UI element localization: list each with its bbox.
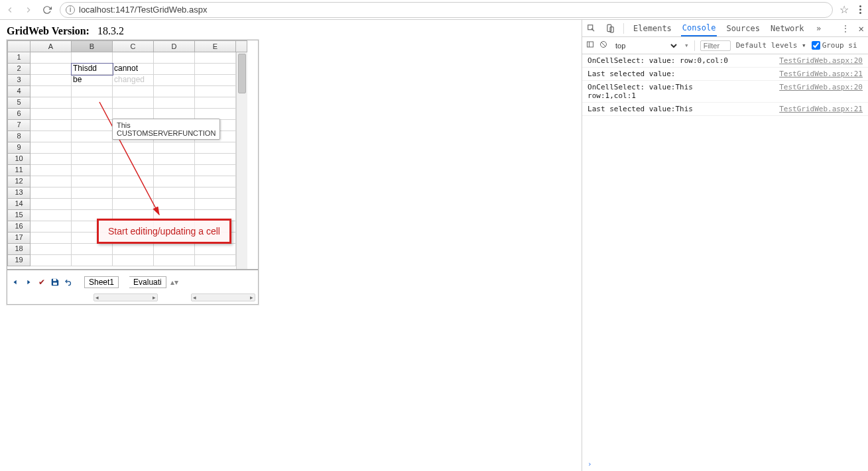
cell-C18[interactable] [113, 244, 154, 255]
cell-C2[interactable]: cannot [113, 64, 154, 75]
cell-C13[interactable] [113, 187, 154, 199]
row-head[interactable]: 16 [7, 221, 31, 233]
cell-E9[interactable] [195, 142, 236, 154]
devtools-close-icon[interactable]: ✕ [859, 23, 864, 34]
cell-C3[interactable]: changed [113, 75, 154, 86]
cell-D1[interactable] [154, 52, 195, 64]
col-head-A[interactable]: A [31, 40, 72, 52]
address-bar[interactable]: i localhost:1417/TestGridWeb.aspx [60, 2, 833, 18]
row-head[interactable]: 15 [7, 210, 31, 221]
cell-A16[interactable] [31, 221, 72, 233]
clear-console-icon[interactable] [599, 40, 607, 50]
cell-C1[interactable] [113, 52, 154, 64]
cell-E10[interactable] [195, 154, 236, 165]
row-head[interactable]: 13 [7, 187, 31, 199]
cell-C10[interactable] [113, 154, 154, 165]
cell-D9[interactable] [154, 142, 195, 154]
more-tabs-icon[interactable]: » [814, 23, 824, 34]
row-head[interactable]: 12 [7, 176, 31, 187]
cell-A13[interactable] [31, 187, 72, 199]
cell-D3[interactable] [154, 75, 195, 86]
cell-C12[interactable] [113, 176, 154, 187]
cell-A15[interactable] [31, 210, 72, 221]
cell-E2[interactable] [195, 64, 236, 75]
cell-E4[interactable] [195, 86, 236, 97]
cell-B10[interactable] [72, 154, 113, 165]
log-source-link[interactable]: TestGridWeb.aspx:20 [779, 56, 863, 65]
context-selector[interactable]: top [613, 41, 679, 50]
commit-icon[interactable]: ✔ [36, 277, 47, 288]
cell-E1[interactable] [195, 52, 236, 64]
cell-A18[interactable] [31, 244, 72, 255]
cell-B4[interactable] [72, 86, 113, 97]
cell-A1[interactable] [31, 52, 72, 64]
console-sidebar-icon[interactable] [586, 40, 594, 50]
cell-E19[interactable] [195, 255, 236, 266]
save-icon[interactable] [50, 277, 60, 288]
cell-A3[interactable] [31, 75, 72, 86]
cell-B12[interactable] [72, 176, 113, 187]
cell-B1[interactable] [72, 52, 113, 64]
row-head[interactable]: 9 [7, 142, 31, 154]
forward-button[interactable] [23, 4, 34, 16]
cell-B8[interactable] [72, 131, 113, 142]
col-head-C[interactable]: C [113, 40, 154, 52]
cell-C19[interactable] [113, 255, 154, 266]
tab-scrollbar-1[interactable]: ◂▸ [93, 293, 158, 301]
cell-E11[interactable] [195, 165, 236, 176]
tab-elements[interactable]: Elements [632, 21, 673, 36]
cell-A17[interactable] [31, 233, 72, 244]
row-head[interactable]: 11 [7, 165, 31, 176]
row-head[interactable]: 2 [7, 64, 31, 75]
cell-B3[interactable]: be [72, 75, 113, 86]
cell-C11[interactable] [113, 165, 154, 176]
cell-A7[interactable] [31, 120, 72, 131]
cell-B13[interactable] [72, 187, 113, 199]
cell-A9[interactable] [31, 142, 72, 154]
cell-B7[interactable] [72, 120, 113, 131]
row-head[interactable]: 14 [7, 199, 31, 210]
cell-B2[interactable] [72, 64, 113, 75]
sheet-tab-1[interactable]: Sheet1 [84, 276, 119, 288]
back-button[interactable] [4, 4, 16, 16]
console-prompt[interactable]: › [582, 457, 868, 471]
cell-A6[interactable] [31, 109, 72, 120]
cell-editor[interactable] [73, 64, 110, 73]
cell-C5[interactable] [113, 97, 154, 109]
browser-menu-icon[interactable] [859, 5, 861, 14]
row-head[interactable]: 18 [7, 244, 31, 255]
devtools-menu-icon[interactable]: ⋮ [840, 23, 851, 34]
levels-dropdown[interactable]: Default levels ▾ [736, 41, 806, 50]
cell-D4[interactable] [154, 86, 195, 97]
cell-E12[interactable] [195, 176, 236, 187]
cell-D13[interactable] [154, 187, 195, 199]
cell-E5[interactable] [195, 97, 236, 109]
log-source-link[interactable]: TestGridWeb.aspx:21 [779, 105, 863, 113]
cell-D11[interactable] [154, 165, 195, 176]
cell-D14[interactable] [154, 199, 195, 210]
cell-D5[interactable] [154, 97, 195, 109]
log-source-link[interactable]: TestGridWeb.aspx:20 [779, 83, 863, 100]
row-head[interactable]: 8 [7, 131, 31, 142]
site-info-icon[interactable]: i [66, 5, 75, 15]
cell-A12[interactable] [31, 176, 72, 187]
cell-B5[interactable] [72, 97, 113, 109]
undo-icon[interactable] [63, 277, 74, 288]
col-head-E[interactable]: E [195, 40, 236, 52]
vertical-scrollbar[interactable] [236, 52, 247, 269]
row-head[interactable]: 17 [7, 233, 31, 244]
cell-A19[interactable] [31, 255, 72, 266]
cell-E13[interactable] [195, 187, 236, 199]
cell-A14[interactable] [31, 199, 72, 210]
tab-stepper-icon[interactable]: ▴▾ [170, 278, 178, 287]
tab-scrollbar-2[interactable]: ◂▸ [191, 293, 255, 301]
row-head[interactable]: 7 [7, 120, 31, 131]
cell-E18[interactable] [195, 244, 236, 255]
cell-A5[interactable] [31, 97, 72, 109]
row-head[interactable]: 6 [7, 109, 31, 120]
tab-sources[interactable]: Sources [725, 21, 761, 36]
row-head[interactable]: 1 [7, 52, 31, 64]
console-log[interactable]: OnCellSelect: value: row:0,col:0TestGrid… [582, 54, 868, 457]
cell-D18[interactable] [154, 244, 195, 255]
cell-D12[interactable] [154, 176, 195, 187]
